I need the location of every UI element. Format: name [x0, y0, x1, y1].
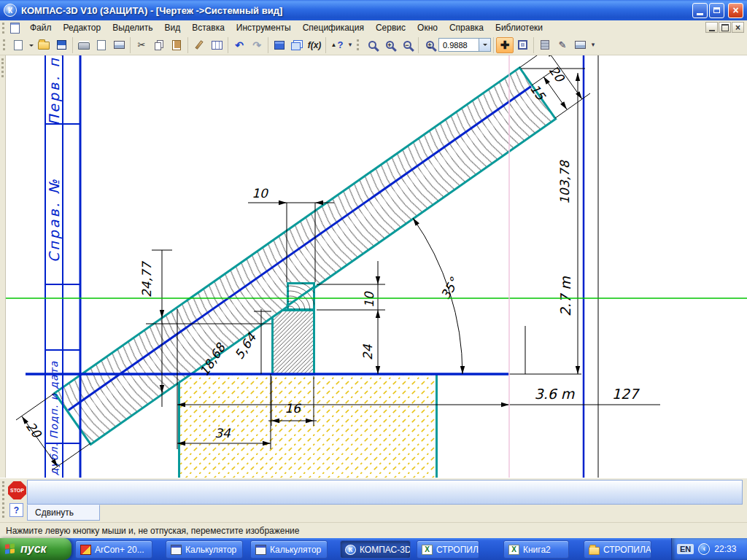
minimize-button[interactable] — [692, 3, 708, 18]
menu-view[interactable]: Вид — [159, 21, 187, 34]
panel-help-button[interactable]: ? — [9, 503, 23, 517]
dim-103-78[interactable]: 103,78 — [557, 159, 572, 204]
menu-help[interactable]: Справка — [444, 21, 489, 34]
redo-icon[interactable]: ↷ — [248, 37, 266, 53]
open-icon[interactable] — [35, 37, 53, 53]
dim-34[interactable]: 34 — [214, 426, 231, 440]
drawing-canvas[interactable]: Перв. примен. Справ. № Подп. и дата дубл… — [6, 55, 747, 478]
window-manager-icon[interactable] — [271, 37, 288, 53]
menu-window[interactable]: Окно — [411, 21, 444, 34]
print-icon[interactable] — [75, 37, 93, 53]
menu-tools[interactable]: Инструменты — [231, 21, 297, 34]
menu-bar: Файл Редактор Выделить Вид Вставка Инстр… — [0, 20, 747, 35]
undo-icon[interactable]: ↶ — [231, 37, 248, 53]
minimize-icon — [697, 13, 703, 15]
child-close-button[interactable] — [732, 22, 744, 33]
taskbar-button-kompas[interactable]: КОМПАС-3D... — [340, 540, 411, 559]
start-button[interactable]: пуск — [0, 538, 71, 560]
paste-icon[interactable] — [168, 37, 185, 53]
dim-2-7m[interactable]: 2.7 m — [557, 276, 573, 316]
menu-file[interactable]: Файл — [24, 21, 58, 34]
variables-icon[interactable] — [288, 37, 306, 53]
calculator-icon — [255, 545, 266, 555]
pan-button[interactable]: ✚ — [496, 37, 514, 53]
tray-collapse-icon[interactable] — [698, 543, 710, 555]
property-bar[interactable] — [27, 480, 743, 505]
zoom-value-combo[interactable]: 0.9888 — [438, 38, 479, 52]
menu-editor[interactable]: Редактор — [58, 21, 107, 34]
copy-icon[interactable] — [150, 37, 168, 53]
toolbar-overflow-icon[interactable]: ▾ — [346, 42, 355, 47]
kompas-icon — [345, 545, 356, 555]
close-icon: × — [732, 5, 738, 15]
page-setup-icon[interactable] — [110, 37, 128, 53]
format-brush-icon[interactable] — [190, 37, 208, 53]
restore-icon — [713, 7, 720, 13]
status-bar: Нажмите левую кнопку мыши и, не отпуская… — [0, 522, 747, 538]
folder-icon — [589, 547, 600, 555]
dim-10-top[interactable]: 10 — [252, 186, 269, 201]
frame-label-perv: Перв. примен. — [46, 55, 62, 125]
properties-panel-icon[interactable] — [571, 37, 589, 53]
menu-insert[interactable]: Вставка — [186, 21, 231, 34]
title-bar: КОМПАС-3D V10 (ЗАЩИТА) - [Чертеж ->Систе… — [0, 0, 747, 20]
dim-24-77[interactable]: 24,77 — [139, 260, 154, 298]
toolbar: ✂ ↶ ↷ f(x) ? ▾ + − ± 0.9888 ✚ ✎ ▾ — [0, 35, 747, 55]
fit-view-icon[interactable] — [514, 37, 531, 53]
window-title: КОМПАС-3D V10 (ЗАЩИТА) - [Чертеж ->Систе… — [21, 5, 692, 16]
print-preview-icon[interactable] — [93, 37, 110, 53]
zoom-in-icon[interactable]: + — [381, 37, 398, 53]
sketch-icon[interactable]: ✎ — [554, 37, 571, 53]
clock: 22:33 — [714, 544, 736, 554]
new-document-icon[interactable] — [9, 37, 27, 53]
fx-button[interactable]: f(x) — [306, 37, 323, 53]
save-icon[interactable] — [53, 37, 70, 53]
tree-icon[interactable] — [536, 37, 554, 53]
cut-icon[interactable]: ✂ — [133, 37, 150, 53]
restore-button[interactable] — [709, 3, 724, 18]
taskbar-button-arcon[interactable]: ArCon+ 20... — [75, 540, 152, 559]
zoom-out-icon[interactable]: − — [398, 37, 416, 53]
frame-label-podp: Подп. и дата — [48, 361, 60, 439]
app-icon — [4, 4, 17, 17]
menu-specification[interactable]: Спецификация — [297, 21, 370, 34]
view-toolbar-overflow-icon[interactable]: ▾ — [589, 42, 597, 47]
post[interactable] — [273, 311, 314, 375]
taskbar-button-calculator-1[interactable]: Калькулятор — [166, 540, 243, 559]
zoom-area-icon[interactable]: ± — [421, 37, 438, 53]
dim-10-right[interactable]: 10 — [362, 290, 376, 308]
zoom-combo-dropdown-icon[interactable] — [479, 38, 491, 52]
calculator-icon — [171, 545, 182, 555]
close-button[interactable]: × — [728, 3, 743, 18]
child-restore-button[interactable] — [719, 22, 731, 33]
dim-16[interactable]: 16 — [285, 401, 301, 416]
menu-grip[interactable] — [2, 23, 7, 34]
start-label: пуск — [20, 542, 47, 556]
menu-libraries[interactable]: Библиотеки — [489, 21, 549, 34]
dim-127[interactable]: 127 — [612, 386, 640, 402]
windows-logo-icon — [5, 543, 16, 555]
arcon-icon — [80, 545, 91, 555]
taskbar-button-calculator-2[interactable]: Калькулятор — [250, 540, 328, 559]
view-toolbar-grip[interactable] — [357, 39, 361, 50]
new-document-dropdown-icon[interactable] — [27, 37, 35, 53]
panel-grip[interactable] — [2, 481, 4, 518]
taskbar-button-stropila-folder[interactable]: СТРОПИЛА — [584, 540, 651, 559]
zoom-icon[interactable] — [363, 37, 381, 53]
stop-button[interactable]: STOP — [8, 481, 26, 499]
menu-service[interactable]: Сервис — [370, 21, 411, 34]
left-dock-strip — [0, 55, 6, 478]
dim-3-6m[interactable]: 3.6 m — [535, 386, 575, 402]
spec-table-icon[interactable] — [208, 37, 225, 53]
help-cursor-icon[interactable]: ? — [328, 37, 346, 53]
taskbar-button-kniga2[interactable]: Книга2 — [503, 540, 569, 559]
tab-move[interactable]: Сдвинуть — [27, 505, 100, 521]
taskbar-button-stropila-excel[interactable]: СТРОПИЛА — [417, 540, 479, 559]
toolbar-grip[interactable] — [3, 39, 7, 50]
menu-select[interactable]: Выделить — [107, 21, 158, 34]
language-indicator[interactable]: EN — [677, 544, 694, 554]
system-tray: EN 22:33 — [671, 538, 747, 560]
child-minimize-button[interactable] — [705, 22, 718, 33]
dim-24-right[interactable]: 24 — [360, 343, 375, 360]
document-icon[interactable] — [10, 23, 20, 34]
